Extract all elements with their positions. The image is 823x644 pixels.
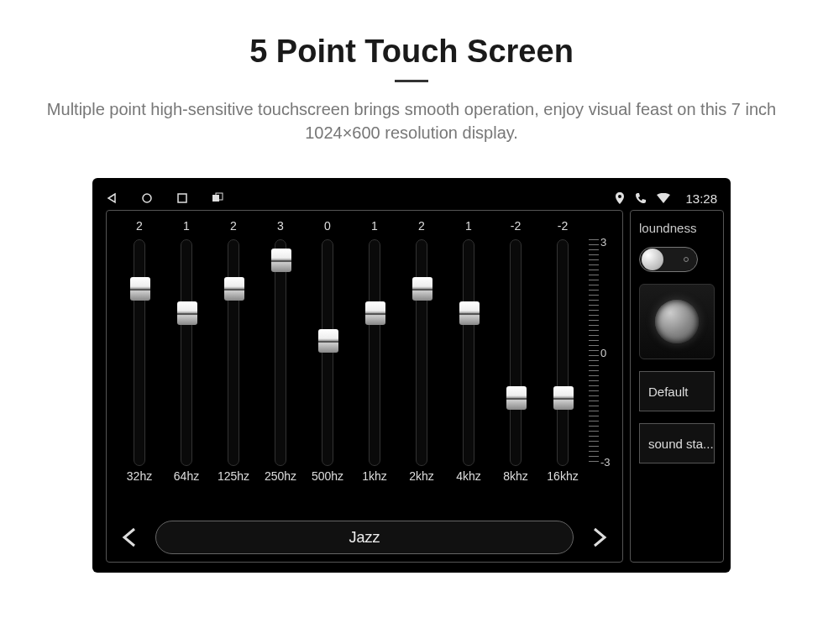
eq-freq-label: 250hz bbox=[265, 469, 296, 486]
eq-value: -2 bbox=[511, 219, 521, 236]
eq-freq-label: 8khz bbox=[503, 469, 528, 486]
toggle-knob bbox=[642, 249, 663, 270]
eq-freq-label: 16khz bbox=[547, 469, 578, 486]
eq-band-8khz: -28khz bbox=[495, 219, 537, 511]
preset-name[interactable]: Jazz bbox=[155, 521, 574, 554]
eq-band-500hz: 0500hz bbox=[307, 219, 349, 511]
wifi-icon bbox=[657, 193, 670, 203]
eq-slider[interactable] bbox=[463, 239, 474, 466]
eq-slider[interactable] bbox=[181, 239, 192, 466]
clock: 13:28 bbox=[685, 191, 717, 206]
svg-point-0 bbox=[143, 194, 151, 202]
scale-label: -3 bbox=[600, 456, 611, 469]
slider-thumb[interactable] bbox=[177, 301, 197, 325]
eq-scale: 30-3 bbox=[589, 219, 611, 511]
side-panel: loundness Default sound sta... bbox=[630, 210, 724, 563]
eq-freq-label: 32hz bbox=[127, 469, 152, 486]
eq-freq-label: 125hz bbox=[218, 469, 249, 486]
screenshot-icon[interactable] bbox=[212, 192, 223, 204]
eq-freq-label: 4khz bbox=[456, 469, 481, 486]
title-divider bbox=[395, 80, 428, 82]
eq-slider[interactable] bbox=[228, 239, 239, 466]
eq-slider[interactable] bbox=[557, 239, 569, 466]
default-button[interactable]: Default bbox=[639, 371, 715, 411]
preset-prev-button[interactable] bbox=[118, 526, 140, 548]
slider-thumb[interactable] bbox=[271, 249, 291, 272]
svg-rect-1 bbox=[178, 194, 186, 202]
preset-next-button[interactable] bbox=[589, 526, 611, 548]
eq-value: 3 bbox=[277, 219, 284, 236]
slider-thumb[interactable] bbox=[412, 277, 432, 301]
eq-slider[interactable] bbox=[275, 239, 286, 466]
loudness-toggle[interactable] bbox=[639, 247, 698, 272]
slider-thumb[interactable] bbox=[365, 301, 385, 325]
slider-thumb[interactable] bbox=[506, 386, 527, 410]
scale-label: 3 bbox=[600, 236, 606, 249]
eq-value: 2 bbox=[136, 219, 143, 236]
slider-thumb[interactable] bbox=[130, 277, 150, 301]
scale-label: 0 bbox=[600, 347, 606, 359]
recent-icon[interactable] bbox=[176, 192, 188, 204]
slider-thumb[interactable] bbox=[318, 329, 338, 353]
eq-value: 0 bbox=[324, 219, 331, 236]
eq-value: 1 bbox=[183, 219, 190, 236]
loudness-label: loundness bbox=[639, 221, 715, 235]
eq-freq-label: 64hz bbox=[174, 469, 199, 486]
slider-thumb[interactable] bbox=[553, 386, 574, 410]
page-title: 5 Point Touch Screen bbox=[249, 34, 574, 70]
eq-value: -2 bbox=[558, 219, 568, 236]
eq-band-250hz: 3250hz bbox=[259, 219, 301, 511]
home-icon[interactable] bbox=[141, 192, 153, 204]
eq-freq-label: 2khz bbox=[409, 469, 434, 486]
eq-band-4khz: 14khz bbox=[448, 219, 490, 511]
back-icon[interactable] bbox=[106, 192, 118, 204]
sound-stage-button[interactable]: sound sta... bbox=[639, 423, 715, 463]
device-screen: 13:28 232hz164hz2125hz3250hz0500hz11khz2… bbox=[92, 178, 731, 573]
eq-band-32hz: 232hz bbox=[118, 219, 160, 511]
location-icon bbox=[615, 192, 625, 204]
control-button[interactable] bbox=[639, 284, 715, 359]
control-knob-icon bbox=[655, 300, 699, 343]
phone-icon bbox=[635, 192, 647, 204]
eq-slider[interactable] bbox=[510, 239, 522, 466]
page-subtitle: Multiple point high-sensitive touchscree… bbox=[25, 97, 798, 144]
eq-slider[interactable] bbox=[416, 239, 427, 466]
eq-band-64hz: 164hz bbox=[165, 219, 207, 511]
slider-thumb[interactable] bbox=[459, 301, 480, 325]
eq-band-2khz: 22khz bbox=[401, 219, 443, 511]
eq-value: 1 bbox=[465, 219, 472, 236]
eq-band-1khz: 11khz bbox=[354, 219, 396, 511]
eq-slider[interactable] bbox=[322, 239, 333, 466]
eq-value: 1 bbox=[371, 219, 378, 236]
eq-freq-label: 500hz bbox=[312, 469, 343, 486]
eq-slider[interactable] bbox=[134, 239, 145, 466]
slider-thumb[interactable] bbox=[224, 277, 244, 301]
status-bar: 13:28 bbox=[106, 186, 717, 210]
eq-band-125hz: 2125hz bbox=[212, 219, 254, 511]
eq-freq-label: 1khz bbox=[362, 469, 387, 486]
eq-value: 2 bbox=[230, 219, 237, 236]
eq-value: 2 bbox=[418, 219, 425, 236]
eq-slider[interactable] bbox=[369, 239, 380, 466]
equalizer-panel: 232hz164hz2125hz3250hz0500hz11khz22khz14… bbox=[106, 210, 623, 563]
eq-band-16khz: -216khz bbox=[542, 219, 584, 511]
toggle-indicator bbox=[684, 257, 689, 262]
